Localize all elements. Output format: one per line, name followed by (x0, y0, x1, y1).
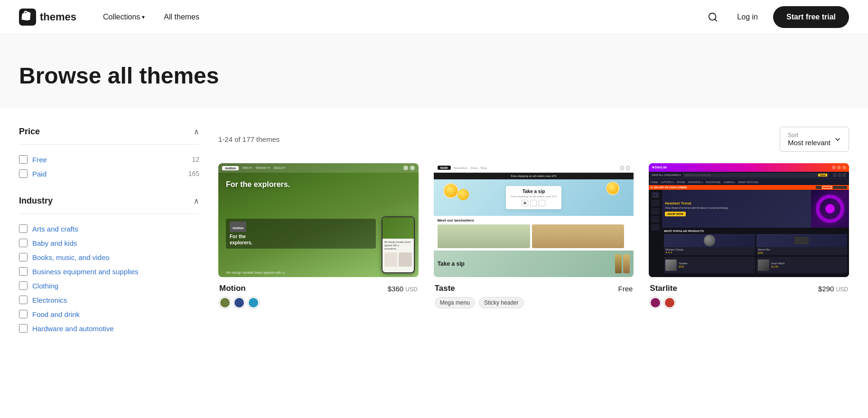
theme-preview-starlite: ★StarLite SHOP ALL CATEGORIES ▾ Wha (649, 163, 849, 277)
industry-baby-kids-label[interactable]: Baby and kids (32, 239, 199, 247)
theme-card-taste[interactable]: taste Bestsellers About Blog Free shippi… (434, 163, 634, 313)
price-free-count: 12 (192, 156, 199, 163)
themes-area: 1-24 of 177 themes Sort Most relevant (218, 127, 849, 351)
industry-collapse-icon: ∧ (194, 196, 199, 205)
hero-section: Browse all themes (0, 34, 868, 108)
industry-hardware-checkbox[interactable] (19, 324, 28, 333)
industry-electronics-checkbox[interactable] (19, 296, 28, 304)
industry-arts-crafts[interactable]: Arts and crafts (19, 222, 199, 236)
industry-books[interactable]: Books, music, and video (19, 250, 199, 264)
header: themes Collections ▾ All themes Log in S… (0, 0, 868, 34)
sort-label: Sort (788, 132, 831, 139)
industry-clothing-checkbox[interactable] (19, 281, 28, 290)
sort-chevron-icon (834, 136, 841, 143)
price-filter-header[interactable]: Price ∧ (19, 127, 199, 137)
price-paid-count: 165 (188, 170, 199, 177)
main-content: Price ∧ Free 12 Paid 165 Industry ∧ (0, 108, 868, 370)
industry-hardware-label[interactable]: Hardware and automotive (32, 325, 199, 333)
industry-filter-header[interactable]: Industry ∧ (19, 196, 199, 206)
motion-color-1[interactable] (219, 297, 231, 308)
chevron-down-icon: ▾ (142, 14, 145, 20)
motion-color-2[interactable] (233, 297, 245, 308)
taste-price: Free (618, 285, 633, 293)
page-title: Browse all themes (19, 63, 849, 89)
taste-tags: Mega menu Sticky header (435, 297, 633, 308)
motion-name-price: Motion $360 USD (219, 284, 418, 293)
starlite-name: Starlite (650, 284, 677, 293)
taste-name-price: Taste Free (435, 284, 633, 293)
price-free-option[interactable]: Free 12 (19, 152, 199, 167)
taste-name: Taste (435, 284, 455, 293)
industry-hardware[interactable]: Hardware and automotive (19, 321, 199, 335)
industry-books-label[interactable]: Books, music, and video (32, 253, 199, 261)
industry-food-drink[interactable]: Food and drink (19, 307, 199, 321)
industry-baby-kids-checkbox[interactable] (19, 239, 28, 247)
main-nav: Collections ▾ All themes (95, 9, 704, 25)
taste-theme-info: Taste Free Mega menu Sticky header (434, 284, 634, 308)
motion-color-3[interactable] (248, 297, 259, 308)
industry-electronics[interactable]: Electronics (19, 293, 199, 307)
sort-label-wrapper: Sort Most relevant (788, 132, 831, 147)
motion-name: Motion (219, 284, 246, 293)
price-free-label[interactable]: Free (32, 156, 187, 164)
price-filter-title: Price (19, 127, 40, 137)
nav-all-themes[interactable]: All themes (156, 9, 207, 25)
starlite-color-2[interactable] (664, 297, 675, 308)
search-icon (708, 12, 718, 22)
industry-arts-crafts-checkbox[interactable] (19, 224, 28, 233)
price-paid-checkbox[interactable] (19, 169, 28, 178)
starlite-name-price: Starlite $290 USD (650, 284, 848, 293)
taste-tag-megamenu: Mega menu (435, 297, 475, 308)
login-button[interactable]: Log in (731, 9, 764, 25)
price-collapse-icon: ∧ (194, 127, 199, 136)
sidebar: Price ∧ Free 12 Paid 165 Industry ∧ (19, 127, 199, 351)
industry-baby-kids[interactable]: Baby and kids (19, 236, 199, 250)
themes-grid: motion Men ▾ Women ▾ About ▾ For the exp… (218, 163, 849, 313)
shopify-logo-icon (19, 9, 36, 26)
industry-electronics-label[interactable]: Electronics (32, 296, 199, 304)
svg-line-2 (715, 19, 717, 21)
starlite-color-1[interactable] (650, 297, 661, 308)
starlite-color-swatches (650, 297, 848, 308)
starlite-price: $290 USD (818, 285, 848, 293)
industry-clothing[interactable]: Clothing (19, 279, 199, 293)
search-button[interactable] (704, 8, 722, 26)
price-free-checkbox[interactable] (19, 155, 28, 164)
motion-price: $360 USD (388, 285, 418, 293)
starlite-theme-info: Starlite $290 USD (649, 284, 849, 308)
industry-business-checkbox[interactable] (19, 267, 28, 276)
logo[interactable]: themes (19, 9, 76, 26)
themes-count: 1-24 of 177 themes (218, 135, 280, 143)
theme-preview-motion: motion Men ▾ Women ▾ About ▾ For the exp… (218, 163, 419, 277)
industry-food-drink-label[interactable]: Food and drink (32, 310, 199, 318)
price-paid-option[interactable]: Paid 165 (19, 167, 199, 181)
themes-toolbar: 1-24 of 177 themes Sort Most relevant (218, 127, 849, 152)
industry-business[interactable]: Business equipment and supplies (19, 264, 199, 279)
industry-arts-crafts-label[interactable]: Arts and crafts (32, 225, 199, 233)
price-paid-label[interactable]: Paid (32, 170, 184, 178)
taste-tag-stickyheader: Sticky header (479, 297, 524, 308)
theme-card-motion[interactable]: motion Men ▾ Women ▾ About ▾ For the exp… (218, 163, 419, 313)
collections-label: Collections (103, 13, 140, 21)
price-filter: Price ∧ Free 12 Paid 165 (19, 127, 199, 181)
logo-text: themes (40, 11, 76, 23)
industry-filter: Industry ∧ Arts and crafts Baby and kids… (19, 196, 199, 335)
nav-collections[interactable]: Collections ▾ (95, 9, 152, 25)
price-divider (19, 144, 199, 145)
industry-business-label[interactable]: Business equipment and supplies (32, 268, 199, 276)
industry-food-drink-checkbox[interactable] (19, 310, 28, 318)
industry-divider (19, 214, 199, 214)
all-themes-label: All themes (164, 13, 199, 21)
sort-dropdown[interactable]: Sort Most relevant (780, 127, 849, 152)
trial-button[interactable]: Start free trial (773, 6, 849, 28)
header-actions: Log in Start free trial (704, 6, 849, 28)
theme-preview-taste: taste Bestsellers About Blog Free shippi… (434, 163, 634, 277)
industry-filter-title: Industry (19, 196, 53, 206)
motion-color-swatches (219, 297, 418, 308)
industry-clothing-label[interactable]: Clothing (32, 282, 199, 290)
motion-theme-info: Motion $360 USD (218, 284, 419, 308)
theme-card-starlite[interactable]: ★StarLite SHOP ALL CATEGORIES ▾ Wha (649, 163, 849, 313)
sort-value: Most relevant (788, 139, 831, 147)
industry-books-checkbox[interactable] (19, 253, 28, 261)
